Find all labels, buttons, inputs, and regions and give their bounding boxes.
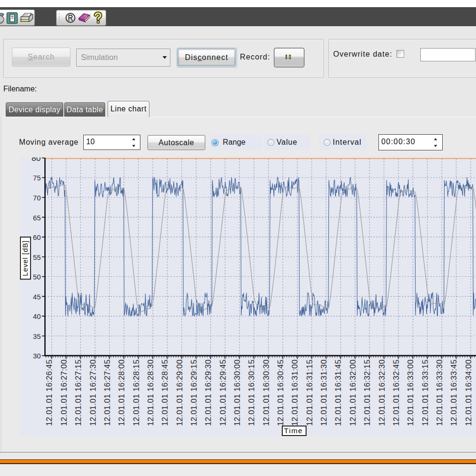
svg-text:12.01.01 16:27:00: 12.01.01 16:27:00	[60, 359, 69, 426]
svg-text:12.01.01 16:26:45: 12.01.01 16:26:45	[45, 359, 54, 426]
svg-text:12.01.01 16:29:30: 12.01.01 16:29:30	[204, 359, 213, 426]
svg-text:12.01.01 16:28:15: 12.01.01 16:28:15	[132, 359, 141, 426]
svg-text:12.01.01 16:29:00: 12.01.01 16:29:00	[175, 359, 184, 426]
svg-text:55: 55	[33, 254, 40, 261]
svg-text:50: 50	[33, 273, 40, 281]
svg-text:12.01.01 16:30:30: 12.01.01 16:30:30	[262, 359, 271, 426]
svg-text:75: 75	[33, 174, 40, 182]
svg-text:12.01.01 16:33:15: 12.01.01 16:33:15	[421, 359, 430, 426]
svg-text:12.01.01 16:28:45: 12.01.01 16:28:45	[160, 359, 169, 426]
svg-text:70: 70	[33, 194, 40, 202]
svg-text:12.01.01 16:27:30: 12.01.01 16:27:30	[89, 359, 98, 426]
svg-text:Time: Time	[284, 426, 303, 435]
svg-text:Level [dB]: Level [dB]	[21, 240, 29, 277]
svg-text:12.01.01 16:32:30: 12.01.01 16:32:30	[377, 359, 387, 426]
svg-text:12.01.01 16:29:45: 12.01.01 16:29:45	[218, 359, 228, 426]
svg-text:45: 45	[33, 293, 40, 301]
svg-text:12.01.01 16:34:00: 12.01.01 16:34:00	[464, 359, 473, 426]
svg-text:12.01.01 16:29:15: 12.01.01 16:29:15	[189, 359, 198, 426]
svg-text:12.01.01 16:31:15: 12.01.01 16:31:15	[305, 359, 314, 426]
svg-text:12.01.01 16:32:15: 12.01.01 16:32:15	[363, 359, 372, 426]
svg-text:60: 60	[33, 234, 40, 241]
svg-text:12.01.01 16:30:45: 12.01.01 16:30:45	[276, 359, 285, 426]
svg-text:12.01.01 16:31:45: 12.01.01 16:31:45	[334, 359, 343, 426]
svg-text:40: 40	[33, 313, 40, 320]
svg-text:12.01.01 16:31:00: 12.01.01 16:31:00	[290, 359, 299, 426]
svg-text:12.01.01 16:33:30: 12.01.01 16:33:30	[435, 359, 444, 426]
svg-text:35: 35	[33, 333, 40, 340]
svg-text:12.01.01 16:32:45: 12.01.01 16:32:45	[392, 359, 401, 426]
svg-text:12.01.01 16:28:00: 12.01.01 16:28:00	[117, 359, 126, 426]
svg-text:12.01.01 16:27:45: 12.01.01 16:27:45	[103, 359, 112, 426]
svg-text:12.01.01 16:28:30: 12.01.01 16:28:30	[146, 359, 155, 426]
svg-text:12.01.01 16:27:15: 12.01.01 16:27:15	[74, 359, 83, 426]
svg-text:12.01.01 16:33:45: 12.01.01 16:33:45	[449, 359, 458, 426]
svg-text:12.01.01 16:32:00: 12.01.01 16:32:00	[348, 359, 357, 426]
svg-text:12.01.01 16:30:15: 12.01.01 16:30:15	[247, 359, 256, 426]
svg-text:30: 30	[33, 352, 40, 360]
svg-text:12.01.01 16:33:00: 12.01.01 16:33:00	[406, 359, 415, 426]
svg-text:65: 65	[33, 214, 40, 222]
svg-text:12.01.01 16:31:30: 12.01.01 16:31:30	[319, 359, 328, 426]
svg-text:12.01.01 16:30:00: 12.01.01 16:30:00	[233, 359, 242, 426]
